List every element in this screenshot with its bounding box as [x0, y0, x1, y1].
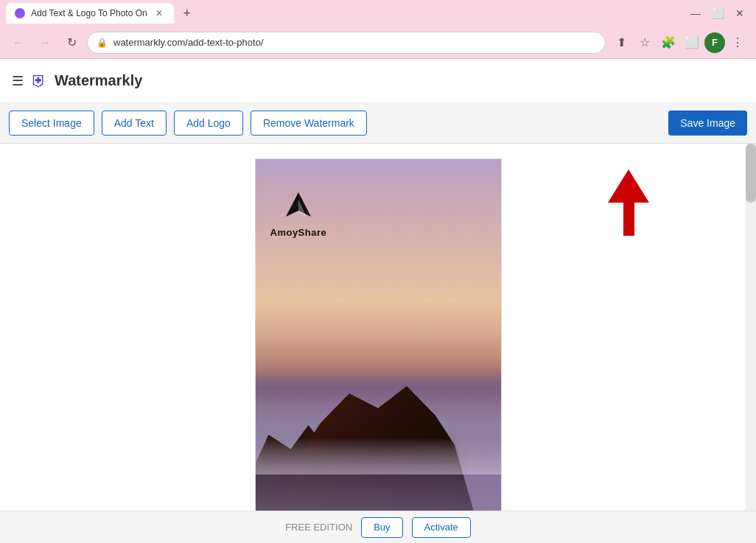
tab-favicon — [15, 8, 25, 18]
save-image-button[interactable]: Save Image — [668, 111, 747, 136]
app-logo-shield-icon: ⛨ — [31, 71, 47, 91]
remove-watermark-button[interactable]: Remove Watermark — [251, 111, 367, 136]
svg-marker-1 — [608, 169, 649, 236]
foam-overlay — [256, 438, 501, 474]
red-arrow-annotation — [594, 166, 653, 239]
url-text: watermarkly.com/add-text-to-photo/ — [113, 37, 264, 48]
nav-right-icons: ⬆ ☆ 🧩 ⬜ F ⋮ — [610, 32, 749, 54]
amoyshare-logo-icon — [280, 189, 317, 225]
title-bar: Add Text & Logo To Photo On ✕ + — ⬜ ✕ — [0, 0, 756, 27]
browser-window: Add Text & Logo To Photo On ✕ + — ⬜ ✕ ← … — [0, 0, 756, 543]
address-bar[interactable]: 🔒 watermarkly.com/add-text-to-photo/ — [87, 32, 606, 54]
window-controls: — ⬜ ✕ — [685, 3, 750, 24]
scrollbar-thumb[interactable] — [746, 144, 756, 203]
canvas-area: AmoyShare — [255, 158, 502, 511]
bottom-bar: FREE EDITION Buy Activate — [0, 511, 756, 543]
minimize-button[interactable]: — — [685, 3, 706, 24]
active-tab[interactable]: Add Text & Logo To Photo On ✕ — [6, 3, 174, 24]
extensions-icon[interactable]: 🧩 — [657, 32, 679, 54]
logo-text: AmoyShare — [270, 227, 327, 238]
back-button[interactable]: ← — [7, 32, 29, 54]
bookmark-icon[interactable]: ☆ — [634, 32, 656, 54]
add-text-button[interactable]: Add Text — [102, 111, 167, 136]
hamburger-menu-icon[interactable]: ☰ — [12, 73, 24, 89]
buy-button[interactable]: Buy — [361, 517, 402, 538]
tab-close-button[interactable]: ✕ — [153, 7, 165, 19]
add-logo-button[interactable]: Add Logo — [174, 111, 243, 136]
app-name: Watermarkly — [55, 72, 142, 89]
share-icon[interactable]: ⬆ — [610, 32, 632, 54]
free-edition-label: FREE EDITION — [285, 522, 352, 533]
new-tab-button[interactable]: + — [177, 3, 197, 24]
refresh-button[interactable]: ↻ — [60, 32, 83, 54]
activate-button[interactable]: Activate — [412, 517, 471, 538]
menu-icon[interactable]: ⋮ — [727, 32, 749, 54]
lock-icon: 🔒 — [97, 38, 108, 48]
nav-bar: ← → ↻ 🔒 watermarkly.com/add-text-to-phot… — [0, 27, 756, 59]
scrollbar-track — [746, 144, 756, 511]
profile-avatar[interactable]: F — [704, 32, 725, 53]
main-content: AmoyShare — [0, 144, 756, 511]
toolbar: Select Image Add Text Add Logo Remove Wa… — [0, 103, 756, 144]
forward-button[interactable]: → — [34, 32, 56, 54]
restore-button[interactable]: ⬜ — [707, 3, 728, 24]
close-button[interactable]: ✕ — [729, 3, 750, 24]
watermark-overlay: AmoyShare — [270, 189, 327, 238]
app-container: ☰ ⛨ Watermarkly Select Image Add Text Ad… — [0, 59, 756, 543]
split-view-icon[interactable]: ⬜ — [681, 32, 703, 54]
select-image-button[interactable]: Select Image — [9, 111, 94, 136]
tab-title: Add Text & Logo To Photo On — [31, 8, 147, 18]
app-header: ☰ ⛨ Watermarkly — [0, 59, 756, 103]
